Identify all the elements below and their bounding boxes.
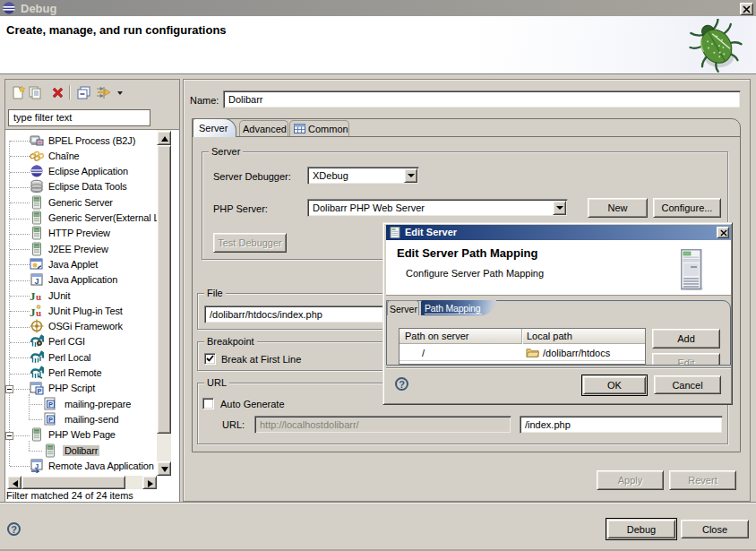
svg-text:P: P (48, 400, 53, 409)
svg-text:J: J (34, 277, 39, 286)
svg-text:P: P (37, 387, 41, 395)
svg-text:J: J (30, 306, 36, 318)
svg-text:P: P (48, 416, 53, 424)
svg-text:J: J (30, 289, 36, 303)
svg-text:u: u (36, 291, 41, 302)
